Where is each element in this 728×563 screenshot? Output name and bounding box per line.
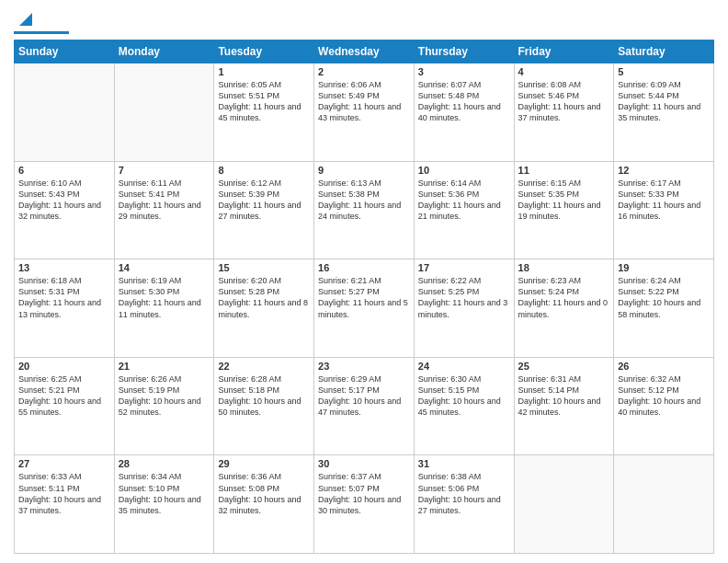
day-number: 11	[518, 165, 610, 176]
day-number: 14	[119, 262, 210, 273]
cell-content: Sunrise: 6:34 AM	[119, 471, 210, 482]
calendar-cell: 29Sunrise: 6:36 AMSunset: 5:08 PMDayligh…	[214, 455, 314, 554]
cell-content: Sunrise: 6:14 AM	[418, 178, 510, 189]
cell-content: Sunrise: 6:28 AM	[218, 373, 310, 385]
cell-content: Daylight: 10 hours and 35 minutes.	[119, 494, 210, 516]
cell-content: Daylight: 11 hours and 45 minutes.	[218, 101, 310, 123]
calendar-cell: 2Sunrise: 6:06 AMSunset: 5:49 PMDaylight…	[314, 63, 415, 162]
cell-content: Sunrise: 6:26 AM	[119, 373, 210, 385]
cell-content: Sunset: 5:44 PM	[618, 90, 710, 101]
cell-content: Sunset: 5:33 PM	[618, 189, 710, 200]
cell-content: Daylight: 11 hours and 0 minutes.	[518, 297, 610, 319]
calendar-week-2: 6Sunrise: 6:10 AMSunset: 5:43 PMDaylight…	[15, 161, 714, 259]
calendar-cell: 17Sunrise: 6:22 AMSunset: 5:25 PMDayligh…	[414, 259, 514, 358]
svg-marker-0	[19, 13, 32, 26]
cell-content: Daylight: 11 hours and 37 minutes.	[518, 101, 610, 123]
cell-content: Sunrise: 6:12 AM	[218, 178, 310, 189]
cell-content: Sunrise: 6:38 AM	[418, 471, 510, 482]
calendar-cell: 4Sunrise: 6:08 AMSunset: 5:46 PMDaylight…	[514, 63, 614, 162]
cell-content: Daylight: 11 hours and 24 minutes.	[318, 200, 410, 222]
cell-content: Daylight: 11 hours and 3 minutes.	[418, 297, 510, 319]
day-number: 4	[518, 66, 610, 77]
weekday-header-tuesday: Tuesday	[214, 40, 314, 63]
cell-content: Sunset: 5:39 PM	[218, 189, 310, 200]
calendar-cell: 22Sunrise: 6:28 AMSunset: 5:18 PMDayligh…	[214, 357, 314, 455]
cell-content: Sunset: 5:10 PM	[119, 483, 210, 494]
calendar-cell: 9Sunrise: 6:13 AMSunset: 5:38 PMDaylight…	[314, 161, 415, 259]
cell-content: Sunset: 5:19 PM	[119, 385, 210, 396]
calendar-cell: 26Sunrise: 6:32 AMSunset: 5:12 PMDayligh…	[614, 357, 714, 455]
cell-content: Sunset: 5:24 PM	[518, 286, 610, 297]
cell-content: Sunrise: 6:19 AM	[119, 275, 210, 286]
calendar-cell: 1Sunrise: 6:05 AMSunset: 5:51 PMDaylight…	[214, 63, 314, 162]
day-number: 6	[18, 165, 110, 176]
cell-content: Sunset: 5:22 PM	[618, 286, 710, 297]
calendar-week-3: 13Sunrise: 6:18 AMSunset: 5:31 PMDayligh…	[15, 259, 714, 358]
cell-content: Sunset: 5:38 PM	[318, 189, 410, 200]
cell-content: Sunset: 5:15 PM	[418, 385, 510, 396]
day-number: 5	[618, 66, 710, 77]
cell-content: Sunset: 5:36 PM	[418, 189, 510, 200]
cell-content: Sunrise: 6:37 AM	[318, 471, 410, 482]
calendar-cell: 6Sunrise: 6:10 AMSunset: 5:43 PMDaylight…	[15, 161, 115, 259]
calendar-cell: 19Sunrise: 6:24 AMSunset: 5:22 PMDayligh…	[614, 259, 714, 358]
cell-content: Daylight: 11 hours and 11 minutes.	[119, 297, 210, 319]
day-number: 16	[318, 262, 410, 273]
cell-content: Sunset: 5:31 PM	[18, 286, 110, 297]
weekday-header-wednesday: Wednesday	[314, 40, 415, 63]
cell-content: Sunrise: 6:09 AM	[618, 79, 710, 90]
cell-content: Sunset: 5:28 PM	[218, 286, 310, 297]
calendar-cell: 23Sunrise: 6:29 AMSunset: 5:17 PMDayligh…	[314, 357, 415, 455]
cell-content: Daylight: 11 hours and 19 minutes.	[518, 200, 610, 222]
weekday-header-row: SundayMondayTuesdayWednesdayThursdayFrid…	[15, 40, 714, 63]
cell-content: Sunset: 5:11 PM	[18, 483, 110, 494]
cell-content: Sunrise: 6:25 AM	[18, 373, 110, 385]
cell-content: Sunset: 5:51 PM	[218, 90, 310, 101]
header	[14, 9, 714, 34]
day-number: 8	[218, 165, 310, 176]
calendar-cell: 12Sunrise: 6:17 AMSunset: 5:33 PMDayligh…	[614, 161, 714, 259]
calendar-cell	[15, 63, 115, 162]
calendar-cell: 10Sunrise: 6:14 AMSunset: 5:36 PMDayligh…	[414, 161, 514, 259]
calendar-cell: 8Sunrise: 6:12 AMSunset: 5:39 PMDaylight…	[214, 161, 314, 259]
cell-content: Daylight: 11 hours and 40 minutes.	[418, 101, 510, 123]
cell-content: Daylight: 11 hours and 35 minutes.	[618, 101, 710, 123]
cell-content: Daylight: 10 hours and 40 minutes.	[618, 396, 710, 418]
cell-content: Sunrise: 6:10 AM	[18, 178, 110, 189]
cell-content: Sunrise: 6:11 AM	[119, 178, 210, 189]
logo-underline	[14, 31, 69, 34]
weekday-header-saturday: Saturday	[614, 40, 714, 63]
calendar-cell: 3Sunrise: 6:07 AMSunset: 5:48 PMDaylight…	[414, 63, 514, 162]
cell-content: Daylight: 10 hours and 27 minutes.	[418, 494, 510, 516]
cell-content: Sunrise: 6:23 AM	[518, 275, 610, 286]
cell-content: Sunset: 5:49 PM	[318, 90, 410, 101]
calendar-cell: 7Sunrise: 6:11 AMSunset: 5:41 PMDaylight…	[114, 161, 214, 259]
weekday-header-monday: Monday	[114, 40, 214, 63]
calendar-cell: 16Sunrise: 6:21 AMSunset: 5:27 PMDayligh…	[314, 259, 415, 358]
page: SundayMondayTuesdayWednesdayThursdayFrid…	[0, 0, 728, 563]
calendar-cell: 27Sunrise: 6:33 AMSunset: 5:11 PMDayligh…	[15, 455, 115, 554]
calendar-cell: 18Sunrise: 6:23 AMSunset: 5:24 PMDayligh…	[514, 259, 614, 358]
day-number: 31	[418, 458, 510, 469]
cell-content: Sunset: 5:17 PM	[318, 385, 410, 396]
cell-content: Sunset: 5:30 PM	[119, 286, 210, 297]
cell-content: Sunset: 5:08 PM	[218, 483, 310, 494]
calendar-cell	[614, 455, 714, 554]
calendar-cell: 20Sunrise: 6:25 AMSunset: 5:21 PMDayligh…	[15, 357, 115, 455]
day-number: 19	[618, 262, 710, 273]
calendar-week-5: 27Sunrise: 6:33 AMSunset: 5:11 PMDayligh…	[15, 455, 714, 554]
cell-content: Daylight: 10 hours and 42 minutes.	[518, 396, 610, 418]
cell-content: Daylight: 11 hours and 43 minutes.	[318, 101, 410, 123]
day-number: 17	[418, 262, 510, 273]
day-number: 25	[518, 361, 610, 372]
calendar-week-4: 20Sunrise: 6:25 AMSunset: 5:21 PMDayligh…	[15, 357, 714, 455]
cell-content: Sunset: 5:48 PM	[418, 90, 510, 101]
cell-content: Sunrise: 6:24 AM	[618, 275, 710, 286]
day-number: 30	[318, 458, 410, 469]
cell-content: Sunset: 5:06 PM	[418, 483, 510, 494]
cell-content: Sunrise: 6:22 AM	[418, 275, 510, 286]
cell-content: Daylight: 10 hours and 32 minutes.	[218, 494, 310, 516]
day-number: 27	[18, 458, 110, 469]
cell-content: Sunrise: 6:32 AM	[618, 373, 710, 385]
calendar-cell: 28Sunrise: 6:34 AMSunset: 5:10 PMDayligh…	[114, 455, 214, 554]
